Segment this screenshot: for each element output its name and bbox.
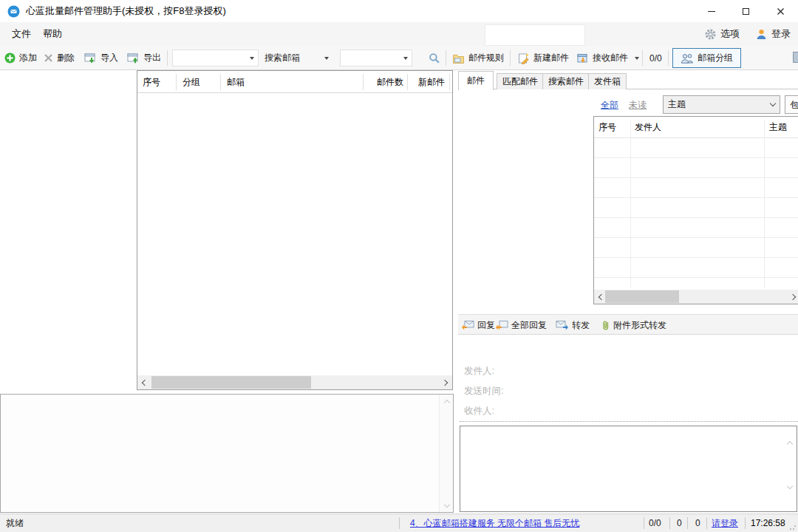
from-label: 发件人:: [464, 365, 494, 378]
close-icon: [777, 7, 785, 16]
mail-rules-button[interactable]: 邮件规则: [450, 48, 506, 68]
toolbar-separator: [446, 50, 446, 66]
new-mail-button[interactable]: 新建邮件: [515, 48, 571, 68]
export-icon: [127, 52, 140, 64]
mail-body-textarea[interactable]: [460, 426, 797, 512]
chevron-left-icon: [142, 379, 148, 385]
scrollbar-thumb[interactable]: [151, 376, 311, 389]
column-header-index[interactable]: 序号: [598, 117, 616, 138]
tab-mail[interactable]: 邮件: [458, 71, 494, 90]
status-login-link[interactable]: 请登录: [712, 514, 738, 532]
scroll-up-button[interactable]: [788, 440, 792, 446]
column-separator[interactable]: [407, 74, 408, 90]
tab-matched-mail[interactable]: 匹配邮件: [497, 73, 544, 89]
search-icon: [429, 52, 440, 64]
mail-list-table: 序号 发件人 主题: [593, 116, 798, 304]
column-header-newmail[interactable]: 新邮件: [412, 71, 445, 93]
gear-icon: [704, 28, 717, 41]
mailbox-group-button[interactable]: 邮箱分组: [672, 48, 741, 68]
dropdown-arrow-icon: [250, 57, 254, 60]
column-separator[interactable]: [220, 74, 221, 90]
minimize-button[interactable]: [694, 0, 729, 22]
filter-unread-link[interactable]: 未读: [629, 99, 647, 112]
scroll-right-button[interactable]: [439, 375, 452, 389]
scrollbar-thumb[interactable]: [605, 290, 679, 303]
mail-table-header: 序号 发件人 主题: [594, 117, 798, 138]
people-group-icon: [681, 53, 694, 64]
log-panel-vscrollbar[interactable]: [439, 395, 453, 512]
folder-icon: [452, 52, 465, 64]
column-header-group[interactable]: 分组: [183, 71, 200, 93]
chevron-left-icon: [598, 293, 604, 299]
receive-mail-icon: [576, 52, 589, 64]
mailbox-table-hscrollbar[interactable]: [137, 375, 452, 389]
reply-all-button[interactable]: 全部回复: [495, 316, 547, 334]
scroll-right-button[interactable]: [787, 290, 798, 304]
search-text-combobox[interactable]: [340, 50, 412, 66]
new-mail-icon: [517, 52, 530, 64]
minimize-icon: [708, 11, 715, 12]
add-label: 添加: [19, 52, 37, 64]
promo-link[interactable]: 4、心蓝邮箱搭建服务 无限个邮箱 售后无忧: [410, 514, 579, 532]
scroll-down-button[interactable]: [440, 499, 454, 512]
reply-all-label: 全部回复: [511, 319, 547, 332]
options-button[interactable]: 选项: [704, 22, 740, 46]
mailbox-group-label: 邮箱分组: [698, 52, 733, 64]
menu-file[interactable]: 文件: [4, 22, 38, 46]
mail-table-hscrollbar[interactable]: [594, 290, 798, 304]
column-header-index[interactable]: 序号: [143, 71, 160, 93]
tab-outbox[interactable]: 发件箱: [588, 73, 627, 89]
search-mailbox-dropdown-button[interactable]: 搜索邮箱: [262, 48, 331, 68]
forward-as-attachment-button[interactable]: 附件形式转发: [601, 316, 666, 334]
receive-mail-button[interactable]: 接收邮件: [574, 48, 641, 68]
menu-help[interactable]: 帮助: [35, 22, 69, 46]
column-header-subject[interactable]: 主题: [769, 117, 787, 138]
search-button[interactable]: [426, 48, 443, 68]
close-button[interactable]: [763, 0, 798, 22]
reply-button[interactable]: 回复: [461, 316, 495, 334]
delete-button[interactable]: 删除: [41, 48, 77, 68]
chevron-right-icon: [442, 379, 448, 385]
maximize-button[interactable]: [729, 0, 763, 22]
group-filter-combobox[interactable]: [172, 50, 259, 66]
toolbar-separator: [167, 50, 168, 66]
plus-icon: [4, 52, 16, 64]
column-header-mailbox[interactable]: 邮箱: [227, 71, 245, 93]
login-label: 登录: [771, 27, 791, 41]
column-separator[interactable]: [449, 74, 450, 90]
export-button[interactable]: 导出: [125, 48, 163, 68]
x-icon: [44, 53, 53, 63]
resize-grip[interactable]: [789, 523, 797, 531]
filter-all-link[interactable]: 全部: [601, 99, 618, 112]
column-header-sender[interactable]: 发件人: [635, 117, 661, 138]
status-separator: [669, 517, 670, 529]
field-selector-combobox[interactable]: 主题: [663, 95, 780, 114]
toolbar-separator: [668, 50, 669, 66]
window-controls: [694, 0, 798, 22]
add-button[interactable]: 添加: [2, 48, 39, 68]
import-button[interactable]: 导入: [82, 48, 120, 68]
scroll-down-button[interactable]: [788, 484, 792, 491]
column-header-mailcount[interactable]: 邮件数: [368, 71, 403, 93]
status-ready: 就绪: [6, 514, 24, 532]
forward-label: 转发: [572, 319, 590, 332]
column-separator[interactable]: [176, 74, 177, 90]
clipped-toolbar-icon[interactable]: [793, 52, 798, 63]
tab-search-mail[interactable]: 搜索邮件: [542, 73, 590, 89]
forward-button[interactable]: 转发: [556, 316, 590, 334]
main-toolbar: 添加 删除 导入 导出 搜索邮箱: [0, 46, 798, 70]
delete-label: 删除: [57, 52, 75, 64]
scroll-left-button[interactable]: [137, 375, 151, 389]
scroll-up-button[interactable]: [440, 395, 454, 408]
forward-as-attachment-label: 附件形式转发: [613, 319, 666, 332]
toolbar-counter: 0/0: [647, 48, 664, 68]
login-button[interactable]: 登录: [755, 22, 791, 46]
reply-label: 回复: [477, 319, 495, 332]
chevron-down-icon: [770, 100, 776, 106]
import-label: 导入: [100, 52, 118, 64]
contains-button[interactable]: 包: [785, 95, 798, 114]
column-separator[interactable]: [363, 74, 364, 90]
export-label: 导出: [143, 52, 161, 64]
app-logo-icon: [7, 5, 20, 18]
blank-input-box[interactable]: [485, 24, 585, 46]
